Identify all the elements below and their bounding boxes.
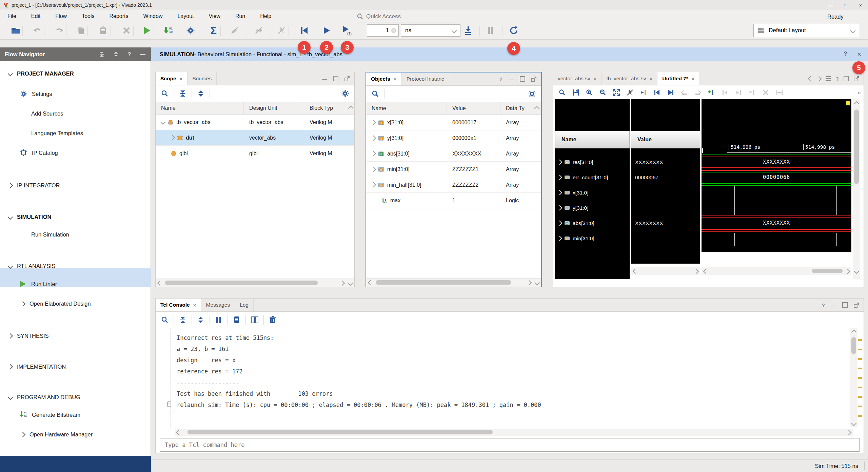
sidebar-item-run-simulation[interactable]: Run Simulation — [31, 228, 69, 241]
sidebar-item-open-hardware-manager[interactable]: Open Hardware Manager — [21, 428, 93, 441]
maximize-icon[interactable] — [842, 302, 848, 308]
sidebar-section-rtl-analysis[interactable]: RTL ANALYSIS — [8, 259, 55, 273]
sidebar-section-project-manager[interactable]: PROJECT MANAGER — [8, 67, 74, 80]
column-header-block-type[interactable]: Block Typ — [304, 102, 347, 114]
wave-zoom-out-button[interactable] — [596, 86, 609, 99]
collapse-all-icon[interactable] — [99, 52, 104, 57]
wave-fit-width-button[interactable] — [773, 86, 786, 99]
expand-chevron-icon[interactable] — [371, 151, 376, 157]
tab-tcl-console[interactable]: Tcl Console× — [156, 299, 201, 311]
expand-chevron-icon[interactable] — [170, 135, 175, 141]
sidebar-item-ip-catalog[interactable]: IP Catalog — [20, 146, 58, 160]
wave-add-marker-button[interactable] — [705, 86, 718, 99]
expand-chevron-icon[interactable] — [557, 236, 563, 241]
wave-next-marker-button[interactable] — [664, 86, 677, 99]
tcl-clear-button[interactable] — [266, 314, 279, 326]
close-icon[interactable]: × — [650, 76, 653, 82]
wave-prev-marker-button[interactable] — [651, 86, 664, 99]
tab-objects[interactable]: Objects× — [366, 73, 402, 85]
wave-signal-res[interactable]: vres[31:0] — [555, 155, 630, 170]
menu-flow[interactable]: Flow — [48, 13, 74, 19]
maximize-icon[interactable] — [333, 76, 338, 81]
tcl-collapse-all-button[interactable] — [176, 314, 189, 326]
settings-button[interactable] — [184, 24, 197, 37]
help-icon[interactable]: ? — [836, 76, 839, 82]
expand-all-icon[interactable] — [113, 52, 119, 57]
wave-signal-min[interactable]: vmin[31:0] — [555, 231, 630, 246]
scroll-down-arrow[interactable] — [533, 281, 541, 285]
scope-collapse-all-button[interactable] — [176, 87, 189, 100]
minimize-icon[interactable]: — — [140, 51, 146, 58]
objects-settings-button[interactable] — [526, 88, 538, 100]
wave-zoom-in-button[interactable] — [583, 86, 596, 99]
redo-button[interactable] — [53, 24, 66, 37]
quick-access-search[interactable] — [357, 12, 456, 22]
open-project-button[interactable] — [9, 24, 22, 37]
sidebar-item-add-sources[interactable]: Add Sources — [31, 107, 63, 120]
paste-button[interactable] — [96, 24, 110, 37]
minimize-icon[interactable]: — — [322, 76, 327, 82]
expand-chevron-icon[interactable] — [557, 205, 563, 211]
help-icon[interactable]: ? — [127, 51, 131, 58]
float-icon[interactable] — [854, 76, 859, 81]
sidebar-item-generate-bitstream[interactable]: 0110Generate Bitstream — [20, 408, 80, 422]
run-all-sim-button[interactable] — [320, 24, 333, 37]
tab-sources[interactable]: Sources — [188, 72, 217, 85]
pause-button[interactable] — [484, 24, 497, 37]
expand-chevron-icon[interactable] — [557, 175, 563, 180]
undo-button[interactable] — [31, 24, 44, 37]
tcl-pause-output-button[interactable] — [212, 314, 225, 326]
tcl-console-output[interactable]: Incorrect res at time 515ns: a = 23, b =… — [156, 328, 864, 428]
scope-search-button[interactable] — [158, 87, 171, 100]
objects-row-x[interactable]: Ix[31:0] 00000017 Array — [366, 115, 541, 130]
sidebar-item-settings[interactable]: Settings — [20, 87, 52, 101]
menu-edit[interactable]: Edit — [24, 13, 48, 19]
minimize-icon[interactable]: — — [509, 76, 514, 82]
scope-row-dut-selected[interactable]: dut vector_abs Verilog M — [156, 130, 354, 146]
wave-prev-marker2-button[interactable] — [718, 86, 731, 99]
report-summary-button[interactable]: Σ — [207, 24, 220, 37]
wave-remove-marker-button[interactable] — [746, 86, 758, 99]
run-for-time-button[interactable]: (T) — [340, 24, 354, 37]
banner-help-icon[interactable]: ? — [844, 50, 847, 58]
scroll-up-arrow[interactable] — [347, 106, 354, 110]
tab-protocol-instances[interactable]: Protocol Instanc — [402, 73, 449, 85]
banner-close-icon[interactable]: × — [857, 50, 861, 58]
window-close-button[interactable]: × — [853, 2, 868, 8]
sidebar-section-implementation[interactable]: IMPLEMENTATION — [8, 360, 66, 373]
copy-button[interactable] — [74, 24, 87, 37]
close-icon[interactable]: × — [193, 302, 196, 308]
wave-signal-y[interactable]: Iy[31:0] — [555, 200, 630, 216]
menu-run[interactable]: Run — [228, 13, 253, 19]
tcl-v-scrollbar[interactable] — [850, 328, 857, 427]
expand-chevron-icon[interactable] — [371, 167, 376, 172]
wave-signal-x[interactable]: Ix[31:0] — [555, 185, 630, 200]
layout-selector[interactable]: Default Layout — [753, 24, 859, 37]
menu-view[interactable]: View — [201, 13, 228, 19]
tcl-command-input[interactable] — [160, 441, 859, 449]
menu-reports[interactable]: Reports — [102, 13, 136, 19]
float-icon[interactable] — [854, 303, 859, 308]
objects-row-max[interactable]: max 1 Logic — [366, 193, 541, 208]
restart-sim-button[interactable] — [297, 24, 311, 37]
wave-swap-before-button[interactable] — [678, 86, 691, 99]
objects-search-button[interactable] — [369, 88, 382, 100]
menu-window[interactable]: Window — [136, 13, 170, 19]
wave-next-marker2-button[interactable] — [732, 86, 745, 99]
window-minimize-button[interactable]: — — [823, 2, 838, 8]
scope-row-glbl[interactable]: glbl glbl Verilog M — [156, 146, 354, 161]
objects-h-scrollbar[interactable] — [366, 278, 541, 287]
menu-file[interactable]: File — [0, 13, 24, 19]
tcl-expand-all-button[interactable] — [194, 314, 207, 326]
sidebar-item-open-elaborated-design[interactable]: Open Elaborated Design — [21, 297, 91, 310]
float-icon[interactable] — [344, 76, 350, 81]
wave-signal-err-count[interactable]: verr_count[31:0] — [555, 170, 630, 185]
quick-access-input[interactable] — [366, 13, 441, 20]
help-icon[interactable]: ? — [499, 76, 502, 82]
sidebar-section-ip-integrator[interactable]: IP INTEGRATOR — [8, 179, 60, 192]
generate-bitstream-button[interactable]: 0110 — [161, 24, 175, 37]
disabled-tool-button-2[interactable] — [252, 24, 265, 37]
tcl-h-scrollbar[interactable] — [175, 429, 853, 436]
objects-row-y[interactable]: Iy[31:0] 000000a1 Array — [366, 130, 541, 146]
wave-value-h-scrollbar[interactable] — [631, 267, 700, 275]
